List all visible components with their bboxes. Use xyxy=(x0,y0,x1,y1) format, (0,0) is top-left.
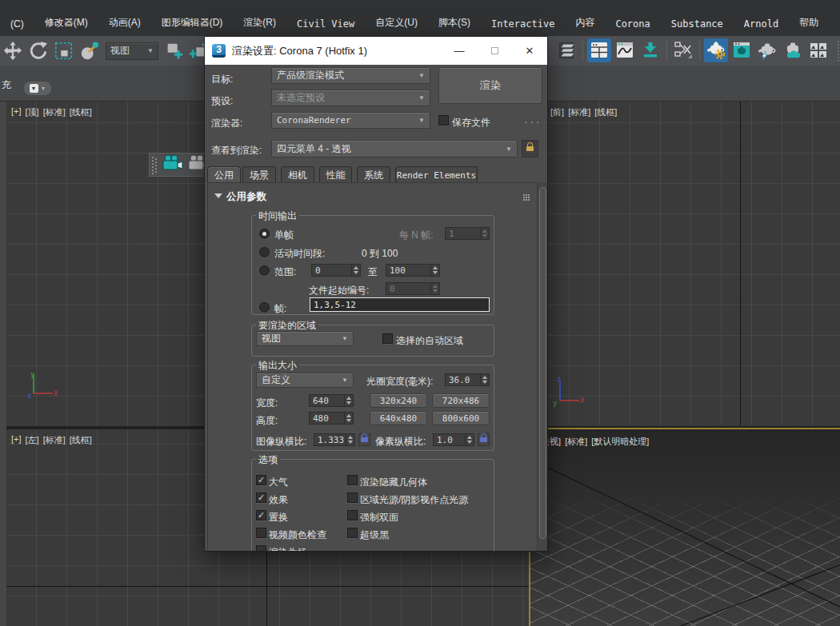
reference-coordinate-dropdown[interactable]: 视图 ▼ xyxy=(106,42,158,60)
select-and-scale-icon[interactable] xyxy=(52,39,76,63)
pixel-aspect-spinner[interactable]: 1.0 xyxy=(433,433,474,446)
spinner-arrows-icon[interactable] xyxy=(345,412,354,425)
viewport-menu-shading[interactable]: [线框] xyxy=(594,106,617,118)
menu-item-help[interactable]: 帮助 xyxy=(789,12,829,36)
dialog-titlebar[interactable]: 3 渲染设置: Corona 7 (Hotfix 1) — ✕ xyxy=(205,37,547,65)
rollout-title[interactable]: 公用参数 xyxy=(226,190,266,204)
spinner-arrows-icon[interactable] xyxy=(481,373,490,386)
render-to-fields-checkbox[interactable]: ✓ xyxy=(256,545,266,552)
scene-explorer-icon[interactable] xyxy=(587,38,611,62)
viewport-menu-standard[interactable]: [标准] xyxy=(43,106,66,118)
tab-camera[interactable]: 相机 xyxy=(281,166,314,183)
tab-system[interactable]: 系统 xyxy=(357,166,390,183)
rendered-frame-window-icon[interactable] xyxy=(730,38,754,62)
width-spinner[interactable]: 640 xyxy=(309,394,354,407)
viewport-menu-plus[interactable]: [+] xyxy=(11,434,22,446)
rollout-grip-icon[interactable] xyxy=(523,194,530,201)
viewport-menu-view[interactable]: [左] xyxy=(26,434,39,446)
height-spinner[interactable]: 480 xyxy=(309,412,354,425)
frames-radio[interactable] xyxy=(259,302,270,313)
area-mode-dropdown[interactable]: 视图 ▼ xyxy=(256,331,354,346)
minimize-icon[interactable]: — xyxy=(442,37,477,65)
area-lights-checkbox[interactable]: ✓ xyxy=(347,492,358,503)
viewport-menu-standard[interactable]: [标准] xyxy=(43,434,66,446)
render-in-cloud-icon[interactable] xyxy=(781,38,805,62)
viewport-menu-plus[interactable]: [+] xyxy=(11,106,22,118)
ribbon-minimize-dropdown[interactable]: ▼ ▼ xyxy=(24,82,51,95)
resolution-button-720x486[interactable]: 720x486 xyxy=(432,393,490,408)
select-and-move-icon[interactable] xyxy=(1,39,25,63)
camera-icon-active[interactable] xyxy=(161,154,185,176)
image-aspect-lock-button[interactable] xyxy=(358,433,370,446)
render-setup-icon[interactable] xyxy=(704,38,728,62)
single-frame-radio[interactable] xyxy=(259,229,270,239)
range-radio[interactable] xyxy=(259,265,270,276)
spinner-arrows-icon[interactable] xyxy=(431,282,440,295)
spinner-arrows-icon[interactable] xyxy=(431,264,440,277)
render-hidden-checkbox[interactable]: ✓ xyxy=(347,475,358,485)
scrollbar-thumb[interactable] xyxy=(539,187,546,539)
menu-item-corona[interactable]: Corona xyxy=(605,14,660,36)
menu-item-modifiers[interactable]: 修改器(M) xyxy=(34,12,98,36)
close-icon[interactable]: ✕ xyxy=(512,37,547,65)
toolbar-drag-handle[interactable] xyxy=(152,155,157,174)
tab-render-elements[interactable]: Render Elements xyxy=(395,166,478,183)
menu-item-animation[interactable]: 动画(A) xyxy=(98,12,151,36)
select-and-manipulate-icon[interactable] xyxy=(78,39,102,63)
toolbar-drag-handle[interactable] xyxy=(836,39,840,62)
render-production-icon[interactable] xyxy=(755,38,779,62)
image-aspect-spinner[interactable]: 1.333 xyxy=(314,433,355,446)
viewport-menu-view[interactable]: [顶] xyxy=(26,106,39,118)
preset-dropdown[interactable]: 未选定预设 ▼ xyxy=(271,90,430,106)
view-to-render-dropdown[interactable]: 四元菜单 4 - 透视 ▼ xyxy=(271,140,518,157)
schematic-view-icon[interactable] xyxy=(671,38,695,62)
active-time-radio[interactable] xyxy=(259,247,270,257)
resolution-button-320x240[interactable]: 320x240 xyxy=(370,393,427,408)
menu-item-interactive[interactable]: Interactive xyxy=(481,14,565,36)
range-from-spinner[interactable]: 0 xyxy=(311,264,361,277)
menu-item-arnold[interactable]: Arnold xyxy=(734,14,789,36)
menu-item-rendering[interactable]: 渲染(R) xyxy=(233,12,286,36)
spinner-arrows-icon[interactable] xyxy=(352,264,361,277)
force-two-sided-checkbox[interactable]: ✓ xyxy=(347,510,358,520)
use-pivot-point-icon[interactable] xyxy=(162,39,186,63)
spinner-arrows-icon[interactable] xyxy=(345,394,354,407)
spinner-arrows-icon[interactable] xyxy=(346,433,355,446)
target-dropdown[interactable]: 产品级渲染模式 ▼ xyxy=(271,67,430,84)
pixel-aspect-lock-button[interactable] xyxy=(478,433,490,446)
maximize-icon[interactable] xyxy=(477,37,512,65)
curve-editor-icon[interactable] xyxy=(613,38,637,62)
viewport-menu-standard[interactable]: [标准] xyxy=(568,106,590,118)
menu-item-scripting[interactable]: 脚本(S) xyxy=(428,12,481,36)
menu-item-substance[interactable]: Substance xyxy=(661,14,734,36)
resolution-button-640x480[interactable]: 640x480 xyxy=(370,411,427,425)
viewport-perspective-active[interactable]: [透视] [标准] [默认明暗处理] xyxy=(529,428,840,626)
video-color-check-checkbox[interactable]: ✓ xyxy=(256,528,266,538)
render-button[interactable]: 渲染 xyxy=(438,67,542,104)
viewport-lock-button[interactable] xyxy=(522,140,538,157)
tab-scene[interactable]: 场景 xyxy=(242,166,276,183)
toggle-ribbon-icon[interactable] xyxy=(638,38,662,62)
viewport-menu-view[interactable]: [前] xyxy=(550,106,564,118)
super-black-checkbox[interactable]: ✓ xyxy=(347,528,358,538)
menu-item-content[interactable]: 内容 xyxy=(565,12,605,36)
every-n-spinner[interactable]: 1 xyxy=(445,227,490,240)
browse-button[interactable]: ... xyxy=(523,114,541,126)
frames-input[interactable]: 1,3,5-12 xyxy=(310,297,490,312)
save-file-checkbox[interactable]: ✓ xyxy=(438,115,449,126)
auto-region-checkbox[interactable]: ✓ xyxy=(382,333,393,344)
atmospherics-checkbox[interactable]: ✓ xyxy=(256,475,266,485)
renderer-dropdown[interactable]: CoronaRenderer ▼ xyxy=(271,112,430,129)
spinner-arrows-icon[interactable] xyxy=(466,433,474,446)
select-and-rotate-icon[interactable] xyxy=(26,39,50,63)
menu-item-civil-view[interactable]: Civil View xyxy=(286,14,365,36)
dialog-scrollbar[interactable] xyxy=(538,182,548,552)
menu-item-customize[interactable]: 自定义(U) xyxy=(365,12,428,36)
rollout-collapse-icon[interactable] xyxy=(214,193,222,198)
viewport-front[interactable]: [前] [标准] [线框] z X y xyxy=(539,102,840,426)
displacement-checkbox[interactable]: ✓ xyxy=(256,510,266,520)
range-to-spinner[interactable]: 100 xyxy=(386,264,440,277)
spinner-arrows-icon[interactable] xyxy=(481,227,490,240)
tab-performance[interactable]: 性能 xyxy=(319,166,352,183)
resolution-button-800x600[interactable]: 800x600 xyxy=(432,411,490,425)
